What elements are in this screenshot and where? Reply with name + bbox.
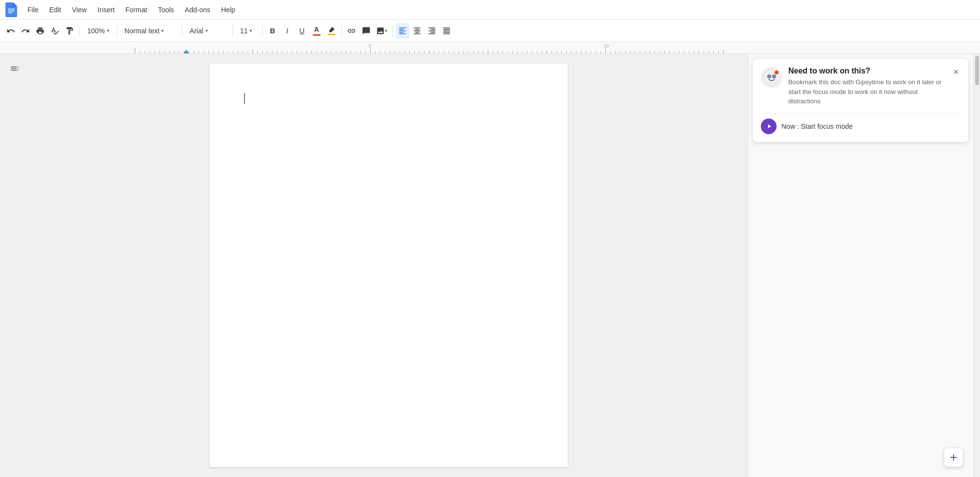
ruler-canvas: [0, 42, 980, 53]
action-label: Now : Start focus mode: [781, 122, 853, 130]
text-color-indicator: A: [313, 25, 321, 36]
align-center-button[interactable]: [410, 23, 424, 39]
fab-button[interactable]: [944, 448, 963, 467]
font-select[interactable]: Arial ▾: [185, 23, 229, 39]
svg-point-7: [774, 76, 775, 77]
popup-action: Now : Start focus mode: [761, 113, 960, 134]
top-menu-bar: File Edit View Insert Format Tools Add-o…: [0, 0, 980, 20]
comment-icon: [362, 26, 371, 35]
popup-close-button[interactable]: ×: [951, 67, 960, 77]
document-page[interactable]: [210, 64, 568, 467]
svg-point-8: [775, 71, 779, 74]
image-icon: [376, 26, 385, 35]
fab-icon: [948, 452, 959, 463]
align-center-icon: [413, 26, 422, 35]
popup-header-left: Need to work on this? Bookmark this doc …: [761, 67, 951, 106]
menu-addons[interactable]: Add-ons: [180, 4, 215, 16]
spellcheck-icon: [50, 26, 59, 35]
menu-edit[interactable]: Edit: [45, 4, 66, 16]
separator-5: [262, 25, 263, 37]
menu-view[interactable]: View: [67, 4, 92, 16]
docs-icon: [4, 2, 19, 17]
highlight-icon: [327, 26, 335, 33]
main-area: Need to work on this? Bookmark this doc …: [0, 54, 980, 477]
menu-insert[interactable]: Insert: [93, 4, 120, 16]
underline-button[interactable]: U: [295, 23, 309, 39]
toolbar: 100% ▾ Normal text ▾ Arial ▾ 11 ▾ B I U …: [0, 20, 980, 42]
text-color-button[interactable]: A: [310, 23, 324, 39]
paragraph-style-select[interactable]: Normal text ▾: [120, 23, 179, 39]
left-sidebar: [0, 54, 29, 477]
separator-7: [392, 25, 393, 37]
redo-icon: [21, 26, 30, 35]
link-button[interactable]: [345, 23, 358, 39]
popup-text-area: Need to work on this? Bookmark this doc …: [788, 67, 951, 106]
font-value: Arial: [190, 27, 203, 35]
print-button[interactable]: [33, 23, 47, 39]
align-left-button[interactable]: [396, 23, 409, 39]
svg-rect-2: [8, 12, 12, 13]
zoom-chevron: ▾: [107, 28, 109, 33]
comment-button[interactable]: [359, 23, 373, 39]
separator-3: [182, 25, 182, 37]
highlight-indicator: [327, 26, 335, 35]
right-panel: Need to work on this? Bookmark this doc …: [748, 54, 973, 477]
popup-description: Bookmark this doc with Gipsytime to work…: [788, 77, 951, 106]
play-icon: [766, 123, 773, 130]
separator-4: [232, 25, 233, 37]
undo-icon: [6, 26, 15, 35]
highlight-color-bar: [327, 34, 335, 35]
align-right-icon: [427, 26, 436, 35]
popup-header: Need to work on this? Bookmark this doc …: [761, 67, 960, 106]
start-focus-button[interactable]: [761, 119, 777, 134]
paint-format-button[interactable]: [63, 23, 76, 39]
ruler: [0, 42, 980, 54]
menu-bar: File Edit View Insert Format Tools Add-o…: [23, 4, 240, 16]
gipsytime-avatar: [763, 69, 780, 86]
popup-title: Need to work on this?: [788, 67, 951, 75]
document-container[interactable]: [29, 54, 748, 477]
menu-format[interactable]: Format: [121, 4, 152, 16]
scrollbar-thumb[interactable]: [975, 56, 979, 85]
paint-format-icon: [65, 26, 74, 35]
align-left-icon: [398, 26, 407, 35]
separator-2: [117, 25, 117, 37]
justify-button[interactable]: [440, 23, 453, 39]
zoom-value: 100%: [87, 27, 105, 35]
style-chevron: ▾: [161, 28, 164, 33]
font-chevron: ▾: [205, 28, 208, 33]
menu-help[interactable]: Help: [216, 4, 240, 16]
print-icon: [36, 26, 45, 35]
redo-button[interactable]: [19, 23, 32, 39]
size-chevron: ▾: [250, 28, 252, 33]
gipsytime-popup: Need to work on this? Bookmark this doc …: [753, 59, 968, 142]
svg-rect-0: [8, 8, 15, 9]
image-chevron: ▾: [385, 28, 387, 33]
link-icon: [347, 26, 356, 35]
gipsytime-logo: [761, 67, 782, 88]
menu-file[interactable]: File: [23, 4, 44, 16]
italic-button[interactable]: I: [280, 23, 294, 39]
outline-icon: [10, 64, 20, 73]
spellcheck-button[interactable]: [48, 23, 62, 39]
paragraph-style-value: Normal text: [125, 27, 160, 35]
text-color-bar: [313, 34, 321, 36]
scrollbar[interactable]: [973, 54, 980, 477]
svg-rect-1: [8, 10, 15, 11]
justify-icon: [442, 26, 451, 35]
svg-point-6: [769, 76, 770, 77]
undo-button[interactable]: [4, 23, 18, 39]
zoom-select[interactable]: 100% ▾: [83, 23, 114, 39]
image-button[interactable]: ▾: [374, 23, 389, 39]
separator-6: [341, 25, 342, 37]
separator-1: [79, 25, 80, 37]
highlight-button[interactable]: [325, 23, 338, 39]
bold-button[interactable]: B: [266, 23, 279, 39]
font-size-select[interactable]: 11 ▾: [236, 23, 259, 39]
align-right-button[interactable]: [425, 23, 439, 39]
menu-tools[interactable]: Tools: [153, 4, 179, 16]
font-size-value: 11: [240, 27, 248, 35]
text-cursor: [244, 93, 245, 104]
outline-button[interactable]: [8, 62, 22, 75]
